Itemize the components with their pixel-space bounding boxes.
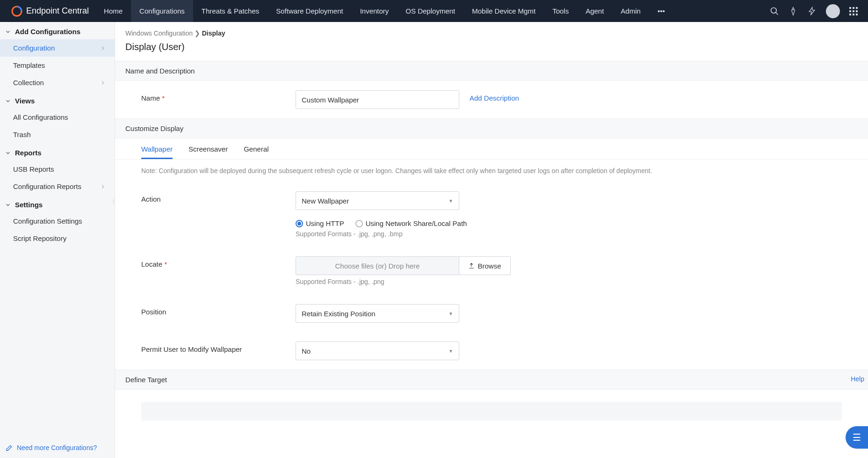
chevron-right-icon <box>100 183 106 190</box>
sidebar-item-collection[interactable]: Collection <box>0 74 115 91</box>
sidebar-item-trash[interactable]: Trash <box>0 126 115 143</box>
permit-modify-label: Permit User to Modify Wallpaper <box>141 342 291 353</box>
nav-home[interactable]: Home <box>95 0 131 22</box>
nav-software-deployment[interactable]: Software Deployment <box>268 0 351 22</box>
svg-line-2 <box>776 12 778 15</box>
nav-more[interactable]: ••• <box>649 7 673 15</box>
lightning-icon[interactable] <box>807 7 817 16</box>
section-customize-display: Customize Display <box>115 118 868 138</box>
chevron-down-icon <box>5 150 11 156</box>
upload-icon <box>468 262 475 269</box>
locate-label: Locate * <box>141 256 291 268</box>
svg-point-1 <box>771 7 777 13</box>
chevron-down-icon: ▼ <box>448 198 453 204</box>
chat-fab[interactable]: ☰ <box>846 426 868 449</box>
browse-button[interactable]: Browse <box>459 256 511 275</box>
need-more-configs-text: Need more Configurations? <box>17 444 97 451</box>
tab-general[interactable]: General <box>244 145 268 159</box>
position-label: Position <box>141 304 291 316</box>
breadcrumb: Windows Configuration ❯ Display <box>115 22 868 39</box>
chevron-down-icon <box>5 202 11 208</box>
edit-icon <box>6 444 13 451</box>
need-more-configs-link[interactable]: Need more Configurations? <box>6 444 97 451</box>
chevron-down-icon: ▼ <box>448 311 453 316</box>
chevron-right-icon <box>100 80 106 86</box>
sidebar-item-all-configurations[interactable]: All Configurations <box>0 109 115 126</box>
name-input[interactable] <box>296 90 459 109</box>
search-icon[interactable] <box>770 7 779 16</box>
chevron-down-icon <box>5 98 11 104</box>
method-radio-group: Using HTTPUsing Network Share/Local Path <box>296 219 467 227</box>
radio-using-network-share-local-path[interactable]: Using Network Share/Local Path <box>355 219 467 227</box>
chevron-down-icon: ▼ <box>448 349 453 354</box>
action-select[interactable]: New Wallpaper▼ <box>296 191 459 210</box>
section-define-target: Define Target <box>115 370 868 390</box>
brand-name: Endpoint Central <box>26 6 89 16</box>
chevron-right-icon <box>100 45 106 51</box>
permit-modify-select[interactable]: No▼ <box>296 342 459 360</box>
nav-admin[interactable]: Admin <box>612 0 649 22</box>
nav-mobile-device-mgmt[interactable]: Mobile Device Mgmt <box>463 0 544 22</box>
user-avatar[interactable] <box>826 4 840 18</box>
tab-wallpaper[interactable]: Wallpaper <box>141 145 173 159</box>
main-content: Windows Configuration ❯ Display Display … <box>115 22 868 458</box>
nav-configurations[interactable]: Configurations <box>131 0 193 22</box>
sidebar: Add ConfigurationsConfigurationTemplates… <box>0 22 115 458</box>
nav-inventory[interactable]: Inventory <box>352 0 398 22</box>
breadcrumb-parent[interactable]: Windows Configuration <box>125 29 193 37</box>
nav-os-deployment[interactable]: OS Deployment <box>397 0 463 22</box>
file-drop-zone[interactable]: Choose files (or) Drop here <box>296 256 459 275</box>
sidebar-item-configuration[interactable]: Configuration <box>0 39 115 57</box>
apps-grid-icon[interactable] <box>849 7 858 15</box>
nav-threats-patches[interactable]: Threats & Patches <box>193 0 268 22</box>
method-support-text: Supported Formats - .jpg, .png, .bmp <box>296 230 467 238</box>
rocket-icon[interactable] <box>788 7 798 16</box>
sidebar-group-add-configurations[interactable]: Add Configurations <box>0 22 115 39</box>
sidebar-item-configuration-settings[interactable]: Configuration Settings <box>0 212 115 230</box>
sidebar-group-reports[interactable]: Reports <box>0 143 115 160</box>
top-header: Endpoint Central HomeConfigurationsThrea… <box>0 0 868 22</box>
chat-icon: ☰ <box>853 432 861 443</box>
sidebar-item-configuration-reports[interactable]: Configuration Reports <box>0 178 115 195</box>
position-select[interactable]: Retain Existing Position▼ <box>296 304 459 323</box>
sidebar-item-usb-reports[interactable]: USB Reports <box>0 160 115 178</box>
name-label: Name * <box>141 90 291 102</box>
sidebar-item-templates[interactable]: Templates <box>0 57 115 74</box>
sidebar-group-settings[interactable]: Settings <box>0 195 115 212</box>
deployment-note: Note: Configuration will be deployed dur… <box>115 160 868 182</box>
help-link[interactable]: Help <box>851 375 864 383</box>
display-tabs: WallpaperScreensaverGeneral <box>115 138 868 160</box>
locate-support-text: Supported Formats - .jpg, .png <box>296 278 511 285</box>
radio-dot-icon <box>296 220 303 227</box>
nav-agent[interactable]: Agent <box>577 0 612 22</box>
action-label: Action <box>141 191 291 203</box>
nav-tools[interactable]: Tools <box>544 0 577 22</box>
endpoint-central-logo-icon <box>11 6 22 17</box>
breadcrumb-current: Display <box>202 29 225 37</box>
define-target-placeholder <box>141 402 842 421</box>
header-actions <box>770 4 863 18</box>
radio-dot-icon <box>355 220 363 227</box>
section-name-description: Name and Description <box>115 61 868 81</box>
chevron-down-icon <box>5 29 11 35</box>
radio-using-http[interactable]: Using HTTP <box>296 219 344 227</box>
svg-point-3 <box>793 9 794 10</box>
brand-logo[interactable]: Endpoint Central <box>5 6 95 17</box>
tab-screensaver[interactable]: Screensaver <box>188 145 228 159</box>
primary-nav: HomeConfigurationsThreats & PatchesSoftw… <box>95 0 649 22</box>
sidebar-group-views[interactable]: Views <box>0 91 115 109</box>
sidebar-item-script-repository[interactable]: Script Repository <box>0 230 115 247</box>
page-title: Display (User) <box>115 39 868 61</box>
add-description-link[interactable]: Add Description <box>470 90 519 102</box>
